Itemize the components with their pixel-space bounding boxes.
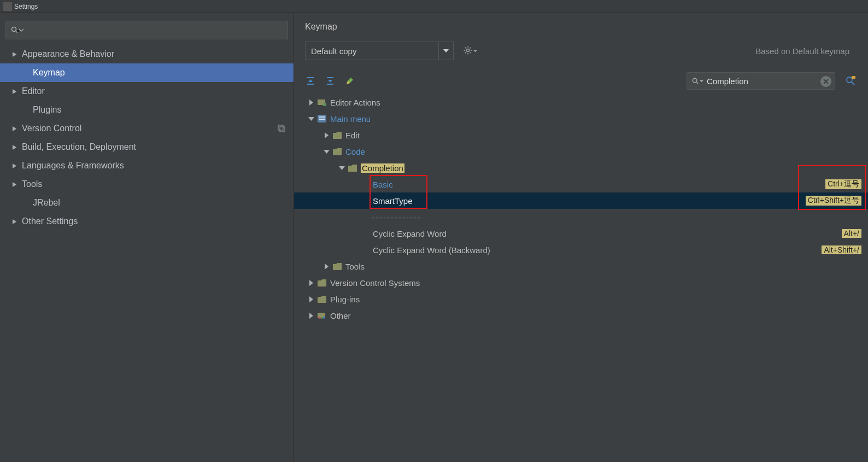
titlebar: Settings: [0, 0, 868, 13]
expand-arrow-icon: [11, 51, 17, 57]
sidebar-item[interactable]: Appearance & Behavior: [0, 45, 294, 63]
tree-item-label: Main menu: [330, 114, 371, 124]
tree-branch[interactable]: Main menu: [294, 110, 868, 127]
project-scope-icon: [277, 124, 286, 135]
sidebar-item-label: Appearance & Behavior: [22, 49, 114, 59]
gear-icon: [464, 46, 473, 56]
tree-branch[interactable]: Editor Actions: [294, 94, 868, 110]
folder-icon: [348, 165, 357, 172]
expand-arrow-icon: [11, 182, 17, 188]
tree-item-label: Code: [345, 147, 365, 156]
chevron-down-icon[interactable]: [307, 116, 315, 121]
tree-branch[interactable]: Plug-ins: [294, 291, 868, 307]
chevron-down-icon[interactable]: [338, 166, 345, 171]
expand-arrow-icon: [11, 126, 17, 132]
tree-action[interactable]: Cyclic Expand Word (Backward)Alt+Shift+/: [294, 242, 868, 258]
svg-point-31: [321, 317, 323, 319]
svg-point-17: [693, 78, 697, 83]
close-icon: [823, 79, 829, 84]
tree-branch[interactable]: Version Control Systems: [294, 274, 868, 291]
tree-branch[interactable]: Code: [294, 143, 868, 160]
collapse-all-button[interactable]: [325, 75, 336, 86]
tree-item-label: Editor Actions: [330, 98, 380, 107]
svg-rect-25: [323, 103, 326, 106]
keymap-panel: Keymap Default copy: [294, 13, 868, 462]
sidebar-item-label: Languages & Frameworks: [22, 161, 124, 171]
chevron-right-icon[interactable]: [307, 313, 315, 319]
tree-branch[interactable]: Other: [294, 307, 868, 324]
chevron-down-icon[interactable]: [322, 149, 330, 154]
shortcut-badge: Alt+/: [842, 229, 861, 238]
svg-point-0: [12, 27, 16, 32]
keymap-settings-gear-button[interactable]: [462, 43, 478, 59]
expand-arrow-icon: [11, 144, 17, 150]
svg-rect-27: [319, 116, 325, 118]
settings-category-list: Appearance & BehaviorKeymapEditorPlugins…: [0, 45, 294, 462]
sidebar-item[interactable]: Plugins: [0, 101, 294, 119]
svg-line-11: [470, 48, 471, 49]
tree-branch[interactable]: Completion: [294, 160, 868, 176]
tree-item-label: Version Control Systems: [330, 278, 420, 288]
edit-shortcut-button[interactable]: [344, 75, 355, 86]
folder-icon: [317, 98, 327, 106]
svg-point-21: [847, 77, 852, 83]
chevron-right-icon[interactable]: [307, 296, 315, 302]
pencil-icon: [345, 77, 354, 85]
chevron-right-icon[interactable]: [307, 280, 315, 286]
folder-icon: [332, 263, 342, 270]
sidebar-item[interactable]: Tools: [0, 175, 294, 194]
shortcut-badge: Ctrl+Shift+逗号: [806, 196, 861, 206]
svg-rect-28: [319, 119, 325, 120]
clear-search-button[interactable]: [820, 76, 831, 87]
action-search-input[interactable]: [687, 72, 835, 90]
folder-icon: [332, 148, 342, 155]
tree-branch[interactable]: Tools: [294, 258, 868, 274]
sidebar-item[interactable]: Languages & Frameworks: [0, 156, 294, 175]
folder-icon: [317, 296, 327, 303]
svg-line-9: [465, 48, 466, 49]
keymap-tree[interactable]: Editor ActionsMain menuEditCodeCompletio…: [294, 94, 868, 462]
chevron-right-icon[interactable]: [322, 264, 330, 270]
sidebar-item[interactable]: Keymap: [0, 63, 294, 82]
tree-action[interactable]: Cyclic Expand WordAlt+/: [294, 225, 868, 242]
tree-action[interactable]: SmartTypeCtrl+Shift+逗号: [294, 192, 868, 209]
sidebar-item-label: Build, Execution, Deployment: [22, 142, 136, 152]
chevron-right-icon[interactable]: [307, 100, 315, 106]
page-title: Keymap: [294, 22, 868, 39]
folder-icon: [317, 279, 327, 286]
shortcut-badge: Ctrl+逗号: [825, 179, 861, 189]
sidebar-item-label: JRebel: [33, 198, 60, 208]
keymap-selector-dropdown-button[interactable]: [438, 42, 454, 60]
chevron-down-icon: [473, 49, 477, 53]
chevron-right-icon[interactable]: [322, 132, 330, 138]
sidebar-item[interactable]: Build, Execution, Deployment: [0, 138, 294, 156]
chevron-down-icon: [443, 48, 449, 54]
based-on-label: Based on Default keymap: [755, 46, 857, 56]
sidebar-item[interactable]: Version Control: [0, 119, 294, 138]
svg-line-22: [852, 82, 854, 85]
sidebar-item[interactable]: Editor: [0, 82, 294, 101]
tree-item-label: Other: [330, 311, 351, 320]
settings-search-field[interactable]: [24, 26, 283, 34]
tree-item-label: Basic: [373, 180, 393, 189]
settings-search-input[interactable]: [5, 21, 288, 39]
expand-all-button[interactable]: [305, 75, 316, 86]
svg-point-4: [466, 49, 469, 52]
settings-sidebar: Appearance & BehaviorKeymapEditorPlugins…: [0, 13, 294, 462]
window-title: Settings: [14, 3, 38, 10]
find-by-shortcut-button[interactable]: [844, 74, 857, 87]
tree-item-label: Completion: [361, 163, 404, 173]
svg-rect-2: [278, 125, 283, 130]
sidebar-item-label: Tools: [22, 179, 42, 189]
sidebar-item[interactable]: JRebel: [0, 194, 294, 212]
sidebar-item[interactable]: Other Settings: [0, 212, 294, 231]
sidebar-item-label: Keymap: [33, 68, 65, 78]
svg-line-1: [16, 31, 17, 33]
tree-item-label: Plug-ins: [330, 295, 360, 304]
tree-action[interactable]: BasicCtrl+逗号: [294, 176, 868, 192]
tree-branch[interactable]: Edit: [294, 127, 868, 143]
action-search-field[interactable]: [703, 77, 818, 86]
svg-line-12: [465, 52, 466, 54]
search-icon: [10, 26, 19, 34]
keymap-selector[interactable]: Default copy: [305, 42, 454, 60]
